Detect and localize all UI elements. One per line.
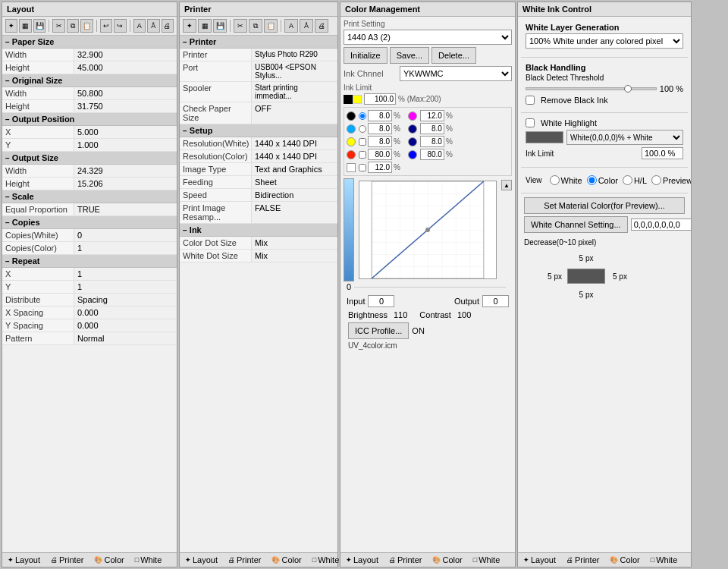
tb-redo[interactable]: ↪ bbox=[114, 19, 126, 33]
view-hl-radio[interactable] bbox=[623, 175, 632, 185]
section-copies[interactable]: Copies bbox=[2, 216, 177, 229]
wfooter-printer-tab[interactable]: 🖨 Printer bbox=[564, 555, 601, 565]
tb-undo[interactable]: ↩ bbox=[100, 19, 112, 33]
view-color-radio[interactable] bbox=[587, 175, 597, 185]
ptb-save[interactable]: 💾 bbox=[213, 19, 227, 33]
ptb-new[interactable]: ✦ bbox=[183, 19, 196, 33]
wfooter-color-tab[interactable]: 🎨 Color bbox=[607, 555, 642, 565]
ptb-cut[interactable]: ✂ bbox=[234, 19, 247, 33]
ptb-paste[interactable]: 📋 bbox=[264, 19, 278, 33]
footer-color-tab[interactable]: 🎨 Color bbox=[92, 555, 126, 565]
white-layer-select[interactable]: 100% White under any colored pixel bbox=[526, 33, 683, 49]
section-output-pos[interactable]: Output Position bbox=[2, 113, 177, 126]
ink-limit-input2[interactable] bbox=[642, 147, 683, 159]
pfooter-layout-tab[interactable]: ✦ Layout bbox=[183, 555, 220, 565]
pfooter-color-tab[interactable]: 🎨 Color bbox=[269, 555, 303, 565]
ink-check-white[interactable] bbox=[359, 164, 366, 171]
wfooter-white-tab[interactable]: □ White bbox=[648, 555, 680, 565]
white-channel-val[interactable] bbox=[631, 218, 691, 231]
ink-val-dk2[interactable] bbox=[420, 136, 444, 147]
curve-canvas[interactable] bbox=[359, 181, 497, 279]
view-section: View White Color H/L Preview bbox=[521, 170, 688, 190]
ink-val-blue[interactable] bbox=[420, 149, 444, 160]
view-preview-label: Preview bbox=[651, 175, 691, 185]
ptb-aa[interactable]: A bbox=[284, 19, 298, 33]
ink-dot-magenta bbox=[408, 112, 417, 121]
ink-val-red[interactable] bbox=[368, 149, 392, 160]
view-white-radio[interactable] bbox=[550, 175, 560, 185]
ink-check-yellow[interactable] bbox=[359, 138, 366, 146]
wfooter-layout-tab[interactable]: ✦ Layout bbox=[521, 555, 558, 565]
ink-row-2: % % bbox=[347, 123, 509, 134]
tb-print[interactable]: 🖨 bbox=[162, 19, 174, 33]
tb-copy[interactable]: ⧉ bbox=[67, 19, 79, 33]
cfooter-layout-tab[interactable]: ✦ Layout bbox=[344, 555, 381, 565]
white-highlight-row: White Highlight bbox=[526, 118, 683, 127]
white-highlight-section: White Highlight White(0,0,0,0)% + White … bbox=[521, 115, 688, 165]
section-printer-info[interactable]: Printer bbox=[180, 36, 337, 49]
ptb-ab[interactable]: Å bbox=[300, 19, 313, 33]
ink-channel-label: Ink Chnnel bbox=[344, 69, 397, 78]
pfooter-white-tab[interactable]: □ White bbox=[310, 555, 342, 565]
ink-val-darkcyan[interactable] bbox=[420, 123, 444, 134]
ptb-copy[interactable]: ⧉ bbox=[249, 19, 262, 33]
input-val[interactable] bbox=[368, 295, 394, 307]
ptb-open[interactable]: ▦ bbox=[198, 19, 212, 33]
footer-printer-tab[interactable]: 🖨 Printer bbox=[49, 555, 86, 565]
divider-4 bbox=[521, 193, 688, 193]
curve-bottom-line bbox=[354, 287, 506, 288]
curve-btn-top[interactable]: ▲ bbox=[501, 180, 512, 190]
section-original-size[interactable]: Original Size bbox=[2, 74, 177, 87]
printer-content: Printer PrinterStylus Photo R290 PortUSB… bbox=[180, 36, 337, 552]
ink-val-white[interactable] bbox=[368, 162, 392, 173]
tb-paste[interactable]: 📋 bbox=[80, 19, 93, 33]
btn-save[interactable]: Save... bbox=[390, 47, 429, 64]
white-highlight-checkbox[interactable] bbox=[526, 118, 535, 127]
remove-black-checkbox[interactable] bbox=[526, 96, 535, 105]
ink-val-black[interactable] bbox=[368, 110, 392, 121]
ink-val-yellow[interactable] bbox=[368, 136, 392, 147]
tb-aa[interactable]: A bbox=[133, 19, 146, 33]
ink-radio-cyan[interactable] bbox=[359, 125, 366, 133]
ink-limit-max: % (Max:200) bbox=[398, 95, 441, 103]
section-setup[interactable]: Setup bbox=[180, 124, 337, 137]
ink-val-magenta[interactable] bbox=[420, 110, 444, 121]
footer-layout-tab[interactable]: ✦ Layout bbox=[5, 555, 42, 565]
white-channel-btn[interactable]: White Channel Setting... bbox=[524, 216, 628, 233]
section-ink[interactable]: Ink bbox=[180, 224, 337, 237]
white-color-select[interactable]: White(0,0,0,0)% + White bbox=[566, 130, 683, 145]
tb-open[interactable]: ▦ bbox=[19, 19, 31, 33]
ink-dot-blue bbox=[408, 150, 417, 159]
ink-radio-black[interactable] bbox=[359, 112, 366, 120]
cfooter-white-tab[interactable]: □ White bbox=[471, 555, 503, 565]
tb-ab[interactable]: Å bbox=[147, 19, 159, 33]
tb-cut[interactable]: ✂ bbox=[52, 19, 64, 33]
prop-equal-prop: Equal ProportionTRUE bbox=[2, 203, 177, 216]
ink-limit-input[interactable] bbox=[364, 93, 396, 105]
section-paper-size[interactable]: Paper Size bbox=[2, 36, 177, 49]
ink-limit-label: Ink Limit bbox=[344, 83, 512, 92]
ptb-print[interactable]: 🖨 bbox=[315, 19, 328, 33]
black-handling-label: Black Handling bbox=[526, 63, 683, 72]
icc-profile-btn[interactable]: ICC Profile... bbox=[348, 322, 409, 339]
btn-delete[interactable]: Delete... bbox=[431, 47, 476, 64]
tb-new[interactable]: ✦ bbox=[5, 19, 17, 33]
section-scale[interactable]: Scale bbox=[2, 190, 177, 203]
view-preview-radio[interactable] bbox=[651, 175, 661, 185]
tb-save[interactable]: 💾 bbox=[33, 19, 46, 33]
color-panel: Color Management Print Setting 1440 A3 (… bbox=[340, 2, 516, 567]
threshold-slider[interactable] bbox=[526, 87, 657, 90]
ink-channel-select[interactable]: YKWWMC bbox=[400, 66, 512, 81]
set-material-btn[interactable]: Set Material Color(for Preview)... bbox=[524, 197, 685, 214]
pfooter-printer-tab[interactable]: 🖨 Printer bbox=[226, 555, 263, 565]
btn-initialize[interactable]: Initialize bbox=[344, 47, 388, 64]
section-output-size[interactable]: Output Size bbox=[2, 152, 177, 165]
ink-val-cyan[interactable] bbox=[368, 123, 392, 134]
cfooter-color-tab[interactable]: 🎨 Color bbox=[430, 555, 464, 565]
output-val[interactable] bbox=[482, 295, 509, 307]
print-setting-select[interactable]: 1440 A3 (2) bbox=[344, 30, 512, 45]
cfooter-printer-tab[interactable]: 🖨 Printer bbox=[387, 555, 424, 565]
ink-check-red[interactable] bbox=[359, 151, 366, 159]
footer-white-tab[interactable]: □ White bbox=[133, 555, 165, 565]
section-repeat[interactable]: Repeat bbox=[2, 255, 177, 268]
